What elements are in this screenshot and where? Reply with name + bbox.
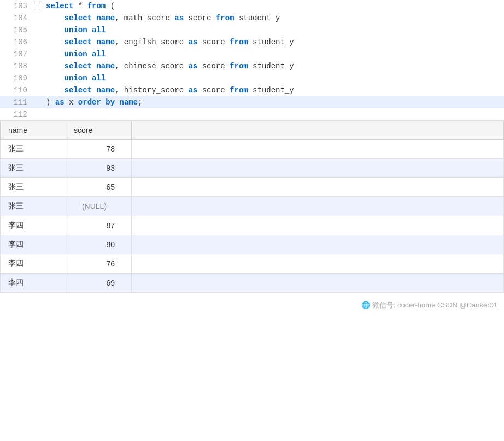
line-content: select name, engilsh_score as score from… [42, 36, 504, 48]
plain-token: , chinese_score [115, 62, 188, 71]
keyword-token: as [188, 86, 197, 95]
line-fold [33, 48, 42, 60]
plain-token: score [197, 62, 230, 71]
keyword-token: union [46, 26, 87, 34]
line-content: select name, math_score as score from st… [42, 12, 504, 24]
plain-token [87, 26, 92, 34]
plain-token [87, 50, 92, 59]
keyword-token: as [188, 62, 197, 71]
line-number: 108 [0, 60, 33, 72]
table-row: 张三78 [1, 140, 504, 159]
table-row: 李四76 [1, 254, 504, 274]
keyword-token: as [174, 14, 184, 22]
line-number: 107 [0, 48, 33, 60]
line-content [42, 108, 504, 120]
keyword-token: as [55, 98, 65, 107]
keyword-token: all [92, 26, 106, 34]
plain-token: score [184, 14, 216, 22]
cell-name: 李四 [1, 235, 66, 254]
cell-score: (NULL) [66, 197, 132, 216]
code-line-107: 107 union all [0, 48, 504, 60]
cell-score: 87 [66, 216, 132, 235]
cell-empty [132, 178, 504, 197]
line-number: 112 [0, 108, 33, 120]
keyword-token: select [46, 2, 73, 10]
keyword-token: as [188, 38, 197, 47]
plain-token: score [197, 38, 230, 47]
cell-empty [132, 197, 504, 216]
line-number: 105 [0, 24, 33, 36]
keyword-token: from [230, 62, 248, 71]
cell-score: 93 [66, 159, 132, 178]
plain-token: ( [106, 2, 115, 10]
line-content: union all [42, 72, 504, 84]
plain-token: student_y [234, 14, 280, 22]
plain-token: x [65, 98, 78, 107]
keyword-token: all [92, 50, 106, 59]
keyword-token: from [216, 14, 235, 22]
cell-name: 张三 [1, 197, 66, 216]
line-content: select name, chinese_score as score from… [42, 60, 504, 72]
code-line-111: 111 ) as x order by name; [0, 96, 504, 108]
line-content: select name, history_score as score from… [42, 84, 504, 96]
cell-name: 李四 [1, 274, 66, 293]
keyword-token: by [106, 98, 115, 107]
result-table: name score 张三78张三93张三65张三(NULL)李四87李四90李… [0, 121, 504, 293]
keyword-token: select [46, 14, 92, 22]
keyword-token: select [46, 62, 92, 71]
code-lines: 103−select * from (104 select name, math… [0, 0, 504, 120]
cell-score: 65 [66, 178, 132, 197]
line-number: 110 [0, 84, 33, 96]
cell-score: 90 [66, 235, 132, 254]
fold-icon[interactable]: − [34, 3, 40, 9]
plain-token [101, 98, 106, 107]
watermark-text: 🌐 微信号: coder-home CSDN @Danker01 [361, 300, 497, 310]
plain-token: * [73, 2, 87, 10]
table-row: 李四87 [1, 216, 504, 235]
line-fold [33, 72, 42, 84]
line-content: union all [42, 24, 504, 36]
plain-token: student_y [248, 38, 294, 47]
code-line-104: 104 select name, math_score as score fro… [0, 12, 504, 24]
cell-empty [132, 216, 504, 235]
code-line-106: 106 select name, engilsh_score as score … [0, 36, 504, 48]
line-fold [33, 12, 42, 24]
line-content: ) as x order by name; [42, 96, 504, 108]
code-line-105: 105 union all [0, 24, 504, 36]
line-fold [33, 84, 42, 96]
line-number: 111 [0, 96, 33, 108]
keyword-token: from [230, 86, 248, 95]
line-number: 103 [0, 0, 33, 12]
code-line-112: 112 [0, 108, 504, 120]
line-fold [33, 60, 42, 72]
code-line-110: 110 select name, history_score as score … [0, 84, 504, 96]
cell-score: 76 [66, 254, 132, 274]
line-fold [33, 24, 42, 36]
code-line-109: 109 union all [0, 72, 504, 84]
line-fold [33, 36, 42, 48]
line-content: union all [42, 48, 504, 60]
code-line-103: 103−select * from ( [0, 0, 504, 12]
keyword-token: name [96, 86, 115, 95]
cell-name: 李四 [1, 254, 66, 274]
plain-token: student_y [248, 86, 294, 95]
cell-name: 张三 [1, 159, 66, 178]
table-row: 张三93 [1, 159, 504, 178]
cell-name: 张三 [1, 140, 66, 159]
table-row: 张三(NULL) [1, 197, 504, 216]
cell-empty [132, 235, 504, 254]
keyword-token: union [46, 74, 87, 83]
cell-score: 69 [66, 274, 132, 293]
cell-empty [132, 140, 504, 159]
line-fold [33, 96, 42, 108]
table-row: 李四90 [1, 235, 504, 254]
line-number: 109 [0, 72, 33, 84]
col-header-empty [132, 121, 504, 140]
cell-name: 李四 [1, 216, 66, 235]
keyword-token: select [46, 38, 92, 47]
line-fold [33, 108, 42, 120]
watermark-area: 🌐 微信号: coder-home CSDN @Danker01 [0, 293, 504, 315]
line-number: 106 [0, 36, 33, 48]
plain-token: ) [46, 98, 55, 107]
cell-score: 78 [66, 140, 132, 159]
